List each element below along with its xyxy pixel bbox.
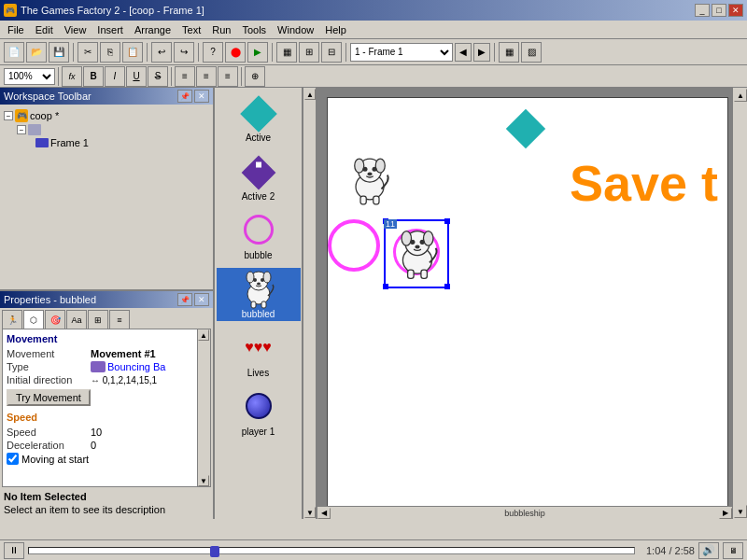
fmt-btn-right[interactable]: ≡ (218, 66, 238, 87)
fmt-sep-2 (171, 67, 172, 86)
prop-tab-2[interactable]: ⬡ (23, 310, 44, 329)
grid-btn[interactable]: ▦ (276, 42, 297, 63)
next-frame-btn[interactable]: ▶ (473, 43, 490, 62)
copy-button[interactable]: ⎘ (100, 42, 120, 63)
canvas-scroll-up[interactable]: ▲ (734, 89, 747, 102)
workspace-close-btn[interactable]: ✕ (194, 90, 209, 103)
menu-text[interactable]: Text (176, 22, 206, 37)
fmt-btn-left[interactable]: ≡ (175, 66, 195, 87)
fmt-btn-center[interactable]: ≡ (196, 66, 217, 87)
tree-expand-project[interactable]: − (4, 111, 13, 120)
object-active1[interactable]: Active (217, 91, 301, 145)
selection-box (384, 219, 449, 288)
redo-button[interactable]: ↪ (174, 42, 194, 63)
toolbar-sep-2 (147, 43, 148, 62)
fmt-btn-strike[interactable]: S (148, 66, 168, 87)
menu-window[interactable]: Window (272, 22, 319, 37)
open-button[interactable]: 📂 (26, 42, 47, 63)
fmt-btn-bold[interactable]: B (83, 66, 104, 87)
tree-frames[interactable]: − (17, 123, 209, 136)
tree-frame1[interactable]: Frame 1 (35, 136, 209, 149)
menu-insert[interactable]: Insert (92, 22, 129, 37)
object-bubbled[interactable]: bubbled (217, 268, 301, 321)
new-button[interactable]: 📄 (4, 42, 24, 63)
tb-btn-1[interactable]: ▦ (499, 42, 519, 63)
menu-view[interactable]: View (59, 22, 92, 37)
canvas-badge: 11 (384, 219, 397, 229)
tb-btn-2[interactable]: ▨ (521, 42, 542, 63)
prop-scrollbar[interactable]: ▲ ▼ (197, 329, 210, 486)
object-player1[interactable]: player 1 (217, 385, 301, 439)
obj-scroll-up[interactable]: ▲ (304, 89, 316, 100)
try-movement-button[interactable]: Try Movement (7, 389, 91, 406)
project-name: coop * (30, 110, 59, 121)
canvas-scrollbar-bottom[interactable]: ◀ bubbleship ▶ (317, 506, 732, 519)
obj-sprite-active2-row (240, 152, 277, 189)
menu-run[interactable]: Run (206, 22, 236, 37)
save-button[interactable]: 💾 (49, 42, 69, 63)
grid2-btn[interactable]: ⊞ (299, 42, 319, 63)
menu-tools[interactable]: Tools (236, 22, 272, 37)
prop-scroll-up[interactable]: ▲ (198, 329, 209, 341)
object-scrollbar[interactable]: ▲ ▼ (303, 88, 316, 519)
canvas-scroll-down[interactable]: ▼ (734, 505, 747, 518)
prop-scroll-down[interactable]: ▼ (198, 475, 209, 486)
canvas-circle[interactable] (328, 219, 380, 272)
dog-icon (240, 268, 277, 309)
prop-tab-1[interactable]: 🏃 (2, 310, 22, 329)
frames-icon (28, 124, 41, 135)
minimize-button[interactable]: _ (695, 4, 710, 17)
workspace-header: Workspace Toolbar 📌 ✕ (0, 88, 213, 105)
menu-help[interactable]: Help (319, 22, 352, 37)
fmt-btn-1[interactable]: fx (62, 66, 82, 87)
canvas-dog1[interactable] (346, 154, 393, 205)
frame-select[interactable]: 1 - Frame 1 (350, 43, 453, 62)
sound-button[interactable]: 🔊 (698, 542, 719, 559)
type-row: Type Bouncing Ba (7, 361, 191, 372)
object-lives[interactable]: ♥♥♥ Lives (217, 327, 301, 380)
canvas-scroll-left[interactable]: ◀ (317, 508, 331, 519)
prop-tab-6[interactable]: ≡ (109, 310, 130, 329)
pause-button[interactable]: ⏸ (4, 542, 24, 559)
prop-tab-4[interactable]: Aa (66, 310, 87, 329)
tree-expand-frames[interactable]: − (17, 125, 26, 134)
prop-close-btn[interactable]: ✕ (194, 293, 209, 306)
canvas-scrollbar-right[interactable]: ▲ ▼ (732, 88, 747, 519)
moving-at-start-row: Moving at start (7, 453, 191, 465)
prev-frame-btn[interactable]: ◀ (455, 43, 472, 62)
moving-at-start-checkbox[interactable] (7, 453, 19, 465)
undo-button[interactable]: ↩ (151, 42, 172, 63)
play-btn[interactable]: ▶ (247, 42, 268, 63)
canvas-scroll-right[interactable]: ▶ (719, 508, 732, 519)
monitor-button[interactable]: 🖥 (723, 542, 743, 559)
svg-point-15 (368, 172, 373, 175)
grid3-btn[interactable]: ⊟ (321, 42, 342, 63)
prop-pin-btn[interactable]: 📌 (177, 293, 192, 306)
stop-btn[interactable]: ⬤ (225, 42, 246, 63)
canvas-diamond1[interactable] (506, 109, 545, 148)
paste-button[interactable]: 📋 (122, 42, 143, 63)
close-button[interactable]: ✕ (728, 4, 743, 17)
zoom-select[interactable]: 100% (4, 68, 55, 85)
menu-edit[interactable]: Edit (30, 22, 59, 37)
prop-tab-5[interactable]: ⊞ (88, 310, 108, 329)
obj-scroll-down[interactable]: ▼ (304, 507, 316, 518)
fmt-btn-italic[interactable]: I (105, 66, 125, 87)
prop-tab-3[interactable]: 🎯 (45, 310, 65, 329)
cut-button[interactable]: ✂ (78, 42, 98, 63)
help-btn[interactable]: ? (203, 42, 223, 63)
fmt-sep-3 (241, 67, 242, 86)
maximize-button[interactable]: □ (712, 4, 726, 17)
menu-file[interactable]: File (2, 22, 30, 37)
progress-bar[interactable] (28, 547, 635, 554)
title-bar-buttons[interactable]: _ □ ✕ (695, 4, 743, 17)
workspace-pin-btn[interactable]: 📌 (177, 90, 192, 103)
object-bubble[interactable]: bubble (217, 209, 301, 262)
fmt-btn-underline[interactable]: U (126, 66, 147, 87)
menu-arrange[interactable]: Arrange (129, 22, 176, 37)
tree-project[interactable]: − 🎮 coop * (4, 108, 209, 123)
obj-label-bubble: bubble (244, 250, 272, 260)
object-active2-row[interactable]: Active 2 (217, 150, 301, 203)
fmt-btn-transform[interactable]: ⊕ (245, 66, 265, 87)
progress-thumb[interactable] (210, 546, 219, 557)
